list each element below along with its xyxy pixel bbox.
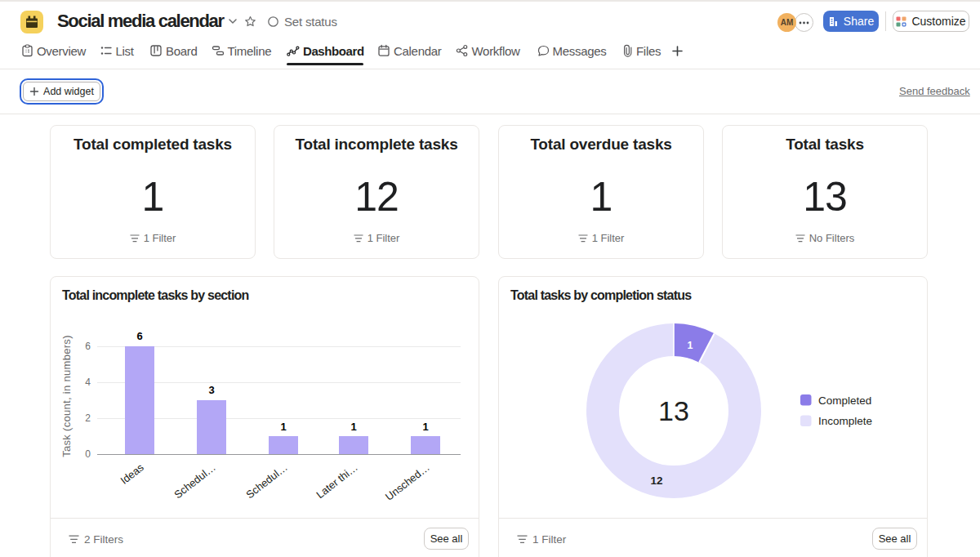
- svg-text:0: 0: [85, 448, 91, 460]
- svg-text:12: 12: [650, 475, 662, 487]
- svg-text:3: 3: [208, 384, 214, 396]
- svg-text:1: 1: [688, 340, 693, 351]
- svg-text:2: 2: [85, 412, 91, 424]
- svg-text:1: 1: [350, 421, 356, 433]
- svg-text:Incomplete: Incomplete: [818, 415, 872, 427]
- svg-text:Ideas: Ideas: [118, 461, 147, 487]
- svg-text:1: 1: [422, 421, 428, 433]
- svg-text:1: 1: [280, 421, 286, 433]
- svg-text:Unsched…: Unsched…: [383, 461, 432, 503]
- svg-text:Later thi…: Later thi…: [314, 461, 360, 501]
- svg-text:6: 6: [136, 330, 142, 342]
- svg-text:6: 6: [85, 341, 91, 352]
- svg-text:13: 13: [658, 395, 689, 426]
- svg-text:4: 4: [85, 377, 91, 388]
- svg-text:Schedul…: Schedul…: [243, 461, 290, 501]
- svg-text:Schedul…: Schedul…: [172, 461, 218, 501]
- svg-text:Completed: Completed: [818, 394, 871, 407]
- svg-text:Task (count, in numbers): Task (count, in numbers): [60, 335, 73, 457]
